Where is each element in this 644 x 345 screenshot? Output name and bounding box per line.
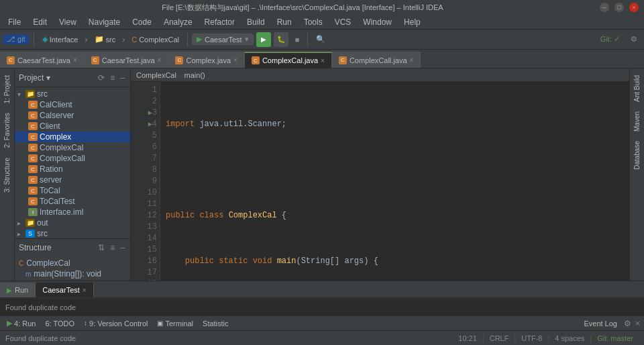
minimize-btn[interactable]: – [600,3,609,12]
tab-complexcal[interactable]: C ComplexCal.java × [245,52,332,68]
settings-btn[interactable]: ⚙ [627,34,641,45]
run-config-dropdown[interactable]: ▶ CaesarTest ▾ [192,34,254,45]
sidebar-item-project[interactable]: 1: Project [1,71,13,107]
bottom-tab-caesartest[interactable]: CaesarTest × [36,283,93,297]
maximize-btn[interactable]: □ [614,3,624,12]
menu-refactor[interactable]: Refactor [199,16,240,28]
sidebar-item-structure[interactable]: 3: Structure [1,154,13,197]
btn-run-panel[interactable]: ▶ 4: Run [3,318,40,328]
menu-tools[interactable]: Tools [299,16,328,28]
menu-run[interactable]: Run [272,16,297,28]
tree-ration[interactable]: C Ration [15,164,130,175]
tree-server[interactable]: C server [15,175,130,185]
struct-icon-main: m [25,270,31,278]
label-tocal: ToCal [40,186,60,195]
menu-help[interactable]: Help [398,16,426,28]
label-src: src [37,89,48,99]
menu-file[interactable]: File [3,16,26,28]
git-badge[interactable]: ⎇ git [3,34,30,44]
editor[interactable]: ComplexCal › main() 1 2 ▶ 3 ▶ 4 [131,68,629,281]
btn-statistic[interactable]: Statistic [199,319,233,328]
label-out: out [37,218,48,228]
status-encoding[interactable]: UTF-8 [516,334,547,342]
right-tab-maven[interactable]: Maven [631,107,643,136]
toolbar-interface[interactable]: ◆ Interface [38,34,83,45]
label-calclient: CalClient [40,100,72,109]
menu-code[interactable]: Code [127,16,157,28]
breadcrumb-complexcal[interactable]: ComplexCal [136,71,176,79]
struct-settings-icon[interactable]: ≡ [109,242,116,254]
status-bar: Found duplicate code 10:21 | CRLF | UTF-… [0,330,644,345]
tree-calclient[interactable]: C CalClient [15,99,130,110]
bottom-tab-caesartest-close[interactable]: × [83,287,87,294]
debug-button[interactable]: 🐛 [274,32,288,47]
bottom-collapse-icon[interactable]: × [634,317,641,330]
tree-src[interactable]: ▾ 📁 src [15,89,130,99]
status-duplicate-code[interactable]: Found duplicate code [5,334,453,342]
tree-tocaltest[interactable]: C ToCalTest [15,196,130,207]
status-indent[interactable]: 4 spaces [549,334,590,342]
tree-calserver[interactable]: C Calserver [15,110,130,121]
status-crlf[interactable]: CRLF [484,334,515,342]
bottom-tabs: ▶ Run CaesarTest × [0,281,644,298]
menu-edit[interactable]: Edit [28,16,52,28]
tree-interface-iml[interactable]: I Interface.iml [15,207,130,217]
arrow-out: ▸ [17,219,25,227]
status-git[interactable]: Git: master [592,334,639,342]
tree-client[interactable]: C Client [15,121,130,132]
tab-close-complexcall[interactable]: × [410,56,414,64]
struct-item-main[interactable]: m main(String[]): void [15,268,130,279]
stop-button[interactable]: ■ [291,34,304,45]
todo-label: 6: TODO [45,319,74,328]
tab-caesartest[interactable]: C CaesarTest.java × [0,52,85,68]
tab-close-caesartest2[interactable]: × [158,56,162,64]
status-position[interactable]: 10:21 [453,334,482,342]
settings-icon[interactable]: ≡ [109,72,116,84]
struct-item-complexcal[interactable]: C ComplexCal [15,258,130,268]
line-num-5: 5 [152,130,157,142]
interface-icon: ◆ [42,35,48,44]
toolbar-complexcal[interactable]: C ComplexCal [127,34,183,45]
sync-icon[interactable]: ⟳ [97,72,106,84]
tree-out[interactable]: ▸ 📁 out [15,217,130,228]
btn-todo[interactable]: 6: TODO [41,319,78,328]
sidebar-item-favorites[interactable]: 2: Favorites [1,109,13,152]
sep2 [187,33,188,46]
tree-src2[interactable]: ▸ S src [15,228,130,238]
tab-caesartest2[interactable]: C CaesarTest.java × [85,52,169,68]
code-area[interactable]: 1 2 ▶ 3 ▶ 4 • 5 6 7 8 [131,82,629,281]
menu-view[interactable]: View [54,16,82,28]
menu-window[interactable]: Window [358,16,397,28]
right-tab-database[interactable]: Database [631,137,643,174]
menu-vcs[interactable]: VCS [329,16,357,28]
tree-complexcall[interactable]: C ComplexCall [15,153,130,164]
git-check-btn[interactable]: Git: ✓ [596,34,624,45]
tab-close-complex[interactable]: × [233,56,237,64]
btn-terminal[interactable]: ▣ Terminal [153,319,197,328]
struct-collapse-icon[interactable]: – [119,242,126,254]
collapse-icon[interactable]: – [119,72,126,84]
tab-close-caesartest[interactable]: × [73,56,77,64]
close-btn[interactable]: × [629,3,639,12]
toolbar-src[interactable]: 📁 src [91,34,120,45]
menu-analyze[interactable]: Analyze [158,16,198,28]
right-tab-ant-build[interactable]: Ant Build [631,71,643,106]
bottom-settings-icon[interactable]: ⚙ [623,317,633,330]
icon-tocaltest: C [28,197,38,205]
btn-version-control[interactable]: ↕ 9: Version Control [80,319,152,328]
tab-close-complexcal[interactable]: × [321,57,325,64]
breadcrumb-main[interactable]: main() [184,71,205,79]
menu-navigate[interactable]: Navigate [83,16,125,28]
menu-build[interactable]: Build [241,16,270,28]
tree-tocal[interactable]: C ToCal [15,185,130,196]
search-everywhere-btn[interactable]: 🔍 [312,34,329,45]
struct-sort-icon[interactable]: ⇅ [97,242,106,254]
tab-complex[interactable]: C Complex.java × [168,52,244,68]
bottom-tab-run[interactable]: ▶ Run [0,283,36,297]
tree-complex[interactable]: C Complex [15,132,130,142]
run-button[interactable]: ▶ [256,32,271,47]
btn-event-log[interactable]: Event Log [580,319,621,328]
tree-complexcal[interactable]: C ComplexCal [15,142,130,153]
tab-complexcall[interactable]: C ComplexCall.java × [332,52,421,68]
code-content[interactable]: import java.util.Scanner; public class C… [160,82,629,281]
